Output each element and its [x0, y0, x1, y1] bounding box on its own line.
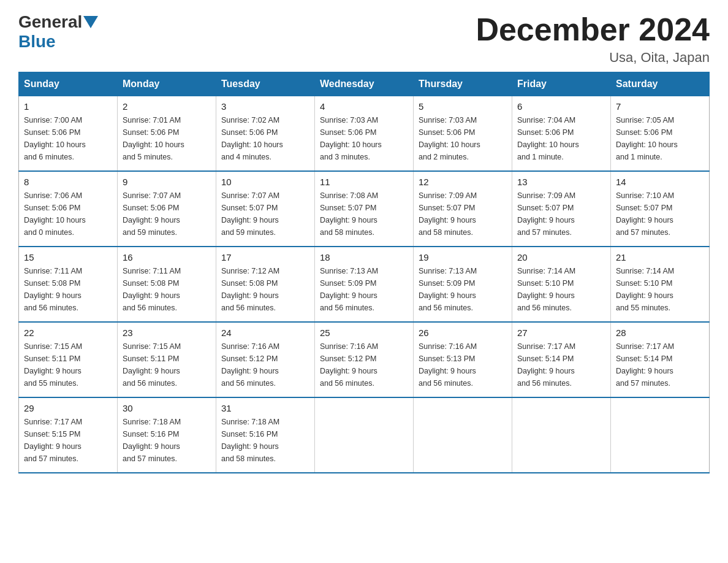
- calendar-day-cell: 28Sunrise: 7:17 AMSunset: 5:14 PMDayligh…: [611, 322, 710, 397]
- calendar-day-cell: [611, 397, 710, 473]
- day-number: 12: [419, 177, 507, 187]
- day-number: 20: [517, 252, 605, 262]
- day-number: 22: [24, 327, 112, 338]
- day-number: 3: [221, 101, 309, 112]
- day-number: 21: [616, 252, 704, 262]
- month-title: December 2024: [476, 12, 710, 47]
- logo-triangle-icon: [83, 16, 98, 28]
- calendar-day-cell: 15Sunrise: 7:11 AMSunset: 5:08 PMDayligh…: [19, 247, 118, 322]
- calendar-header-cell: Monday: [118, 72, 216, 96]
- logo-blue-text: Blue: [18, 32, 56, 52]
- calendar-day-cell: 12Sunrise: 7:09 AMSunset: 5:07 PMDayligh…: [414, 171, 512, 247]
- calendar-day-cell: 10Sunrise: 7:07 AMSunset: 5:07 PMDayligh…: [216, 171, 315, 247]
- day-number: 8: [24, 177, 112, 187]
- day-number: 11: [320, 177, 408, 187]
- day-info: Sunrise: 7:03 AMSunset: 5:06 PMDaylight:…: [419, 114, 507, 163]
- calendar-header-cell: Tuesday: [216, 72, 315, 96]
- calendar-day-cell: 14Sunrise: 7:10 AMSunset: 5:07 PMDayligh…: [611, 171, 710, 247]
- day-number: 10: [221, 177, 309, 187]
- day-info: Sunrise: 7:18 AMSunset: 5:16 PMDaylight:…: [221, 416, 309, 465]
- day-number: 24: [221, 327, 309, 338]
- calendar-day-cell: 30Sunrise: 7:18 AMSunset: 5:16 PMDayligh…: [118, 397, 216, 473]
- calendar-day-cell: 27Sunrise: 7:17 AMSunset: 5:14 PMDayligh…: [512, 322, 611, 397]
- day-number: 26: [419, 327, 507, 338]
- calendar-day-cell: 23Sunrise: 7:15 AMSunset: 5:11 PMDayligh…: [118, 322, 216, 397]
- day-number: 28: [616, 327, 704, 338]
- day-info: Sunrise: 7:14 AMSunset: 5:10 PMDaylight:…: [616, 265, 704, 314]
- calendar-day-cell: 17Sunrise: 7:12 AMSunset: 5:08 PMDayligh…: [216, 247, 315, 322]
- day-info: Sunrise: 7:15 AMSunset: 5:11 PMDaylight:…: [24, 340, 112, 389]
- calendar-day-cell: 18Sunrise: 7:13 AMSunset: 5:09 PMDayligh…: [315, 247, 414, 322]
- day-info: Sunrise: 7:10 AMSunset: 5:07 PMDaylight:…: [616, 190, 704, 239]
- day-info: Sunrise: 7:12 AMSunset: 5:08 PMDaylight:…: [221, 265, 309, 314]
- calendar-day-cell: 20Sunrise: 7:14 AMSunset: 5:10 PMDayligh…: [512, 247, 611, 322]
- calendar-header-cell: Saturday: [611, 72, 710, 96]
- day-info: Sunrise: 7:16 AMSunset: 5:12 PMDaylight:…: [221, 340, 309, 389]
- calendar-day-cell: 26Sunrise: 7:16 AMSunset: 5:13 PMDayligh…: [414, 322, 512, 397]
- day-info: Sunrise: 7:04 AMSunset: 5:06 PMDaylight:…: [517, 114, 605, 163]
- calendar-header-cell: Sunday: [19, 72, 118, 96]
- calendar-header-cell: Wednesday: [315, 72, 414, 96]
- day-number: 1: [24, 101, 112, 112]
- calendar-header-cell: Thursday: [414, 72, 512, 96]
- location-subtitle: Usa, Oita, Japan: [476, 50, 710, 66]
- day-info: Sunrise: 7:03 AMSunset: 5:06 PMDaylight:…: [320, 114, 408, 163]
- calendar-week-row: 8Sunrise: 7:06 AMSunset: 5:06 PMDaylight…: [19, 171, 710, 247]
- day-number: 25: [320, 327, 408, 338]
- calendar-day-cell: 9Sunrise: 7:07 AMSunset: 5:06 PMDaylight…: [118, 171, 216, 247]
- calendar-day-cell: 11Sunrise: 7:08 AMSunset: 5:07 PMDayligh…: [315, 171, 414, 247]
- day-info: Sunrise: 7:17 AMSunset: 5:14 PMDaylight:…: [616, 340, 704, 389]
- calendar-day-cell: 16Sunrise: 7:11 AMSunset: 5:08 PMDayligh…: [118, 247, 216, 322]
- day-number: 19: [419, 252, 507, 262]
- calendar-day-cell: 31Sunrise: 7:18 AMSunset: 5:16 PMDayligh…: [216, 397, 315, 473]
- day-number: 4: [320, 101, 408, 112]
- day-info: Sunrise: 7:14 AMSunset: 5:10 PMDaylight:…: [517, 265, 605, 314]
- day-info: Sunrise: 7:08 AMSunset: 5:07 PMDaylight:…: [320, 190, 408, 239]
- day-number: 7: [616, 101, 704, 112]
- day-info: Sunrise: 7:09 AMSunset: 5:07 PMDaylight:…: [419, 190, 507, 239]
- calendar-day-cell: 24Sunrise: 7:16 AMSunset: 5:12 PMDayligh…: [216, 322, 315, 397]
- calendar-day-cell: 1Sunrise: 7:00 AMSunset: 5:06 PMDaylight…: [19, 96, 118, 172]
- day-number: 18: [320, 252, 408, 262]
- calendar-body: 1Sunrise: 7:00 AMSunset: 5:06 PMDaylight…: [19, 96, 710, 473]
- day-info: Sunrise: 7:11 AMSunset: 5:08 PMDaylight:…: [24, 265, 112, 314]
- day-number: 15: [24, 252, 112, 262]
- calendar-header-row: SundayMondayTuesdayWednesdayThursdayFrid…: [19, 72, 710, 96]
- day-number: 30: [123, 403, 211, 413]
- calendar-day-cell: 21Sunrise: 7:14 AMSunset: 5:10 PMDayligh…: [611, 247, 710, 322]
- day-info: Sunrise: 7:13 AMSunset: 5:09 PMDaylight:…: [419, 265, 507, 314]
- day-number: 31: [221, 403, 309, 413]
- day-info: Sunrise: 7:11 AMSunset: 5:08 PMDaylight:…: [123, 265, 211, 314]
- calendar-day-cell: 22Sunrise: 7:15 AMSunset: 5:11 PMDayligh…: [19, 322, 118, 397]
- calendar-day-cell: 6Sunrise: 7:04 AMSunset: 5:06 PMDaylight…: [512, 96, 611, 172]
- day-number: 17: [221, 252, 309, 262]
- calendar-day-cell: 5Sunrise: 7:03 AMSunset: 5:06 PMDaylight…: [414, 96, 512, 172]
- calendar-day-cell: 3Sunrise: 7:02 AMSunset: 5:06 PMDaylight…: [216, 96, 315, 172]
- day-number: 9: [123, 177, 211, 187]
- logo: General Blue: [18, 12, 99, 52]
- calendar-week-row: 22Sunrise: 7:15 AMSunset: 5:11 PMDayligh…: [19, 322, 710, 397]
- day-number: 16: [123, 252, 211, 262]
- day-info: Sunrise: 7:01 AMSunset: 5:06 PMDaylight:…: [123, 114, 211, 163]
- day-info: Sunrise: 7:17 AMSunset: 5:15 PMDaylight:…: [24, 416, 112, 465]
- day-info: Sunrise: 7:16 AMSunset: 5:13 PMDaylight:…: [419, 340, 507, 389]
- day-info: Sunrise: 7:16 AMSunset: 5:12 PMDaylight:…: [320, 340, 408, 389]
- day-info: Sunrise: 7:09 AMSunset: 5:07 PMDaylight:…: [517, 190, 605, 239]
- calendar-day-cell: 29Sunrise: 7:17 AMSunset: 5:15 PMDayligh…: [19, 397, 118, 473]
- calendar-day-cell: 19Sunrise: 7:13 AMSunset: 5:09 PMDayligh…: [414, 247, 512, 322]
- day-number: 13: [517, 177, 605, 187]
- day-number: 6: [517, 101, 605, 112]
- day-number: 27: [517, 327, 605, 338]
- day-number: 29: [24, 403, 112, 413]
- calendar-day-cell: 8Sunrise: 7:06 AMSunset: 5:06 PMDaylight…: [19, 171, 118, 247]
- calendar-day-cell: 2Sunrise: 7:01 AMSunset: 5:06 PMDaylight…: [118, 96, 216, 172]
- day-info: Sunrise: 7:15 AMSunset: 5:11 PMDaylight:…: [123, 340, 211, 389]
- day-info: Sunrise: 7:02 AMSunset: 5:06 PMDaylight:…: [221, 114, 309, 163]
- logo-general-text: General: [18, 12, 82, 32]
- calendar-table: SundayMondayTuesdayWednesdayThursdayFrid…: [18, 72, 710, 473]
- day-info: Sunrise: 7:00 AMSunset: 5:06 PMDaylight:…: [24, 114, 112, 163]
- day-number: 5: [419, 101, 507, 112]
- title-section: December 2024 Usa, Oita, Japan: [476, 12, 710, 66]
- day-info: Sunrise: 7:13 AMSunset: 5:09 PMDaylight:…: [320, 265, 408, 314]
- page-header: General Blue December 2024 Usa, Oita, Ja…: [18, 12, 710, 66]
